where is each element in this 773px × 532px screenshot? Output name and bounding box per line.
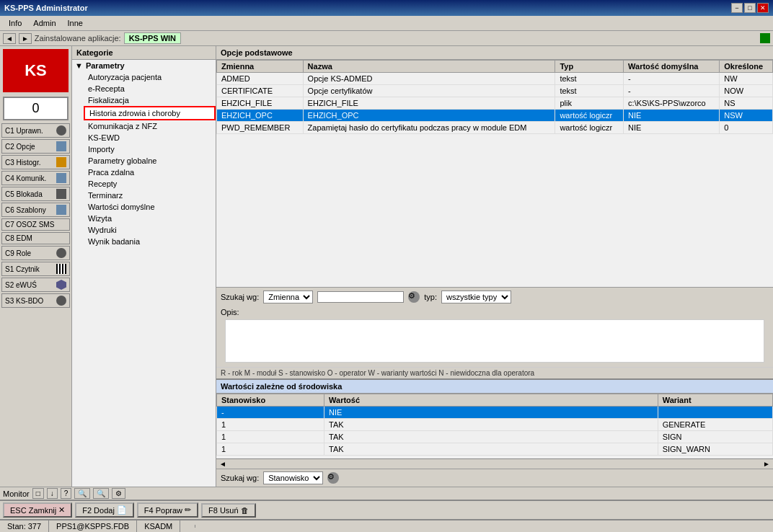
btn-c2-opcje[interactable]: C2 Opcje <box>1 139 70 154</box>
tree-item-terminarz[interactable]: Terminarz <box>84 190 216 201</box>
horiz-scroll[interactable]: ◄ ► <box>216 458 773 469</box>
main-table: Zmienna Nazwa Typ Wartość domyślna Okreś… <box>216 60 773 134</box>
tree-item-parametry-globalne[interactable]: Parametry globalne <box>84 155 216 167</box>
left-buttons: C1 Uprawn. C2 Opcje C3 Histogr. C4 Komun… <box>0 122 71 487</box>
btn-c4-komunik[interactable]: C4 Komunik. <box>1 171 70 185</box>
table-row[interactable]: ADMED Opcje KS-ADMED tekst - NW <box>217 73 773 85</box>
close-button[interactable]: ✕ <box>757 3 769 13</box>
col-zmienna[interactable]: Zmienna <box>217 61 304 73</box>
tree-item-wizyta[interactable]: Wizyta <box>84 213 216 224</box>
zoom-out-button[interactable]: 🔍 <box>93 488 109 499</box>
btn-c3-histogr[interactable]: C3 Histogr. <box>1 155 70 169</box>
tree-children: Autoryzacja pacjenta e-Recepta Fiskaliza… <box>72 71 216 247</box>
tree-item-recepty[interactable]: Recepty <box>84 178 216 190</box>
btn-c7-osoz-sms[interactable]: C7 OSOZ SMS <box>1 218 70 231</box>
tree-item-wartosci[interactable]: Wartości domyślne <box>84 201 216 213</box>
bottom-gear-icon[interactable]: ⚙ <box>327 472 339 484</box>
f8-usun-button[interactable]: F8 Usuń 🗑 <box>201 503 256 518</box>
menu-inne[interactable]: Inne <box>62 17 89 29</box>
opis-label: Opis: <box>221 308 239 316</box>
btn-c5-blokada[interactable]: C5 Blokada <box>1 187 70 201</box>
tree-title: Kategorie <box>72 46 216 60</box>
btn-c9-role[interactable]: C9 Role <box>1 246 70 260</box>
bars-icon <box>56 264 66 274</box>
nav-fwd-button[interactable]: ► <box>19 33 32 44</box>
type-select[interactable]: wszystkie typy <box>441 291 511 303</box>
help-button[interactable]: ? <box>61 488 72 499</box>
bottom-search-select[interactable]: Stanowisko <box>263 471 323 484</box>
delete-icon: 🗑 <box>241 506 249 515</box>
search-input[interactable] <box>317 291 404 303</box>
scroll-track[interactable] <box>229 461 760 467</box>
tree-item-autoryzacja[interactable]: Autoryzacja pacjenta <box>84 71 216 83</box>
toolbar: ◄ ► Zainstalowane aplikacje: KS-PPS WIN <box>0 31 773 46</box>
btn-s3-ks-bdo[interactable]: S3 KS-BDO <box>1 293 70 308</box>
btn-s1-czytnik[interactable]: S1 Czytnik <box>1 262 70 276</box>
col-nazwa[interactable]: Nazwa <box>303 61 555 73</box>
bottom-col-stanowisko[interactable]: Stanowisko <box>217 394 324 407</box>
tree-item-wydruki[interactable]: Wydruki <box>84 224 216 236</box>
btn-s2-ewus[interactable]: S2 eWUŚ <box>1 278 70 292</box>
tree-root-parametry[interactable]: ▼ Parametry <box>72 60 216 71</box>
bottom-table-row-selected[interactable]: - NIE <box>217 407 773 419</box>
menu-admin[interactable]: Admin <box>27 17 61 29</box>
search-field-select[interactable]: Zmienna <box>263 291 313 303</box>
btn-c6-szablony[interactable]: C6 Szablony <box>1 203 70 217</box>
f2-dodaj-button[interactable]: F2 Dodaj 📄 <box>75 502 134 518</box>
main-table-area[interactable]: Zmienna Nazwa Typ Wartość domyślna Okreś… <box>216 60 773 287</box>
status-bar: Stan: 377 PPS1@KSPPS.FDB KSADM <box>0 519 773 532</box>
app-info-label: Zainstalowane aplikacje: <box>35 34 121 43</box>
doc-icon <box>56 141 66 151</box>
status-stan: Stan: 377 <box>0 520 49 532</box>
gear-icon[interactable]: ⚙ <box>408 291 420 303</box>
zoom-in-button[interactable]: 🔍 <box>74 488 90 499</box>
bottom-table-area[interactable]: Stanowisko Wartość Wariant - NIE <box>216 394 773 458</box>
tree-item-historia[interactable]: Historia zdrowia i choroby <box>84 106 216 120</box>
col-okreslone[interactable]: Określone <box>720 61 773 73</box>
bottom-col-wartosc[interactable]: Wartość <box>324 394 658 407</box>
monitor-btn1[interactable]: □ <box>32 488 44 499</box>
tree-item-komunikacja[interactable]: Komunikacja z NFZ <box>84 120 216 132</box>
window-controls: − □ ✕ <box>731 3 769 13</box>
f2-label: F2 Dodaj <box>82 506 115 515</box>
folder-icon <box>56 157 66 167</box>
tree-item-ks-ewd[interactable]: KS-EWD <box>84 132 216 143</box>
type-label: typ: <box>424 293 437 301</box>
bottom-table-row[interactable]: 1 TAK SIGN <box>217 431 773 443</box>
table-row[interactable]: PWD_REMEMBER Zapamiętaj hasło do certyfi… <box>217 122 773 134</box>
bottom-table-row[interactable]: 1 TAK SIGN_WARN <box>217 443 773 456</box>
tree-item-praca-zdalna[interactable]: Praca zdalna <box>84 167 216 178</box>
table-row[interactable]: CERTIFICATE Opcje certyfikatów tekst - N… <box>217 85 773 97</box>
ks-logo: KS <box>3 49 69 92</box>
status-extra <box>180 525 195 528</box>
person3-icon <box>56 296 66 306</box>
monitor-btn2[interactable]: ↓ <box>47 488 58 499</box>
minimize-button[interactable]: − <box>731 3 743 13</box>
shield-icon <box>56 280 66 290</box>
menu-info[interactable]: Info <box>3 17 27 29</box>
tree-item-fiskalizacja[interactable]: Fiskalizacja <box>84 94 216 106</box>
menu-bar: Info Admin Inne <box>0 16 773 31</box>
maximize-button[interactable]: □ <box>744 3 756 13</box>
opis-area[interactable] <box>225 319 764 363</box>
tree-item-wynik-badania[interactable]: Wynik badania <box>84 236 216 247</box>
tree-item-importy[interactable]: Importy <box>84 143 216 155</box>
bottom-table-row[interactable]: 1 TAK GENERATE <box>217 419 773 431</box>
btn-c8-edm[interactable]: C8 EDM <box>1 232 70 244</box>
col-typ[interactable]: Typ <box>555 61 624 73</box>
bottom-col-wariant[interactable]: Wariant <box>658 394 772 407</box>
bottom-title: Wartości zależne od środowiska <box>216 380 773 394</box>
config-button[interactable]: ⚙ <box>112 488 125 499</box>
esc-zamknij-button[interactable]: ESC Zamknij ✕ <box>3 502 72 518</box>
search-bar: Szukaj wg: Zmienna ⚙ typ: wszystkie typy <box>216 287 773 306</box>
col-wartosc[interactable]: Wartość domyślna <box>624 61 720 73</box>
f4-popraw-button[interactable]: F4 Popraw ✏ <box>137 502 198 518</box>
nav-back-button[interactable]: ◄ <box>3 33 16 44</box>
table-row[interactable]: EHZICH_FILE EHZICH_FILE plik c:\KS\KS-PP… <box>217 97 773 110</box>
bottom-section: Wartości zależne od środowiska Stanowisk… <box>216 378 773 487</box>
bottom-search-label: Szukaj wg: <box>221 474 259 482</box>
table-row-selected[interactable]: EHZICH_OPC EHZICH_OPC wartość logiczr NI… <box>217 110 773 122</box>
tree-item-erecepta[interactable]: e-Recepta <box>84 83 216 94</box>
btn-c1-uprawn[interactable]: C1 Uprawn. <box>1 123 70 138</box>
counter-box: 0 <box>3 97 69 120</box>
